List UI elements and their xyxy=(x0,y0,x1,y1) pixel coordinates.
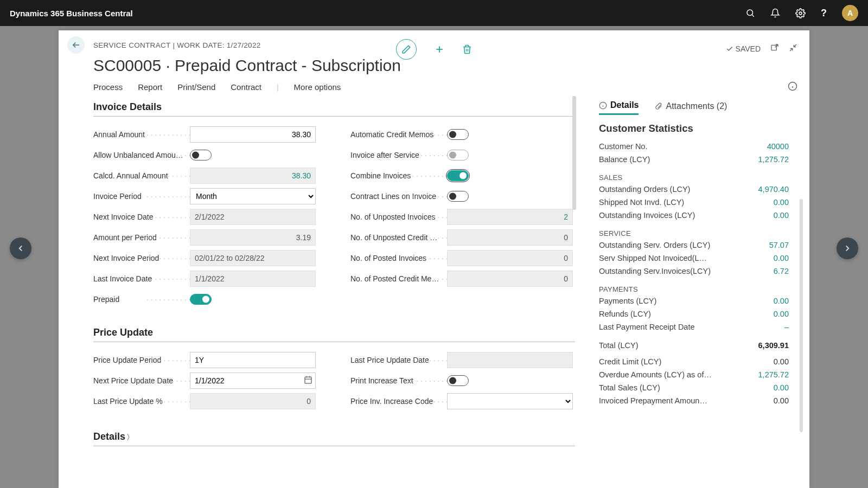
svg-line-8 xyxy=(790,48,793,51)
next-record-button[interactable] xyxy=(837,237,858,259)
stat-credit-limit[interactable]: 0.00 xyxy=(774,357,789,366)
stat-total-sales-label: Total Sales (LCY) xyxy=(599,383,660,392)
brand-text: Dynamics 365 Business Central xyxy=(10,9,133,18)
stat-refunds[interactable]: 0.00 xyxy=(774,310,789,318)
help-icon[interactable]: ? xyxy=(821,8,827,19)
edit-button[interactable] xyxy=(396,39,417,60)
stat-inv-prepay[interactable]: 0.00 xyxy=(774,396,789,405)
toggle-auto-credit-memos[interactable] xyxy=(447,129,469,140)
section-details[interactable]: Details〉 xyxy=(93,426,575,446)
stat-last-receipt-label: Last Payment Receipt Date xyxy=(599,323,695,331)
back-button[interactable] xyxy=(67,36,85,54)
popout-icon[interactable] xyxy=(770,43,779,54)
stat-serv-shipped[interactable]: 0.00 xyxy=(774,254,789,262)
label-price-update-period: Price Update Period xyxy=(93,356,190,364)
input-next-price-update-date[interactable] xyxy=(190,373,316,389)
stat-payments-label: Payments (LCY) xyxy=(599,297,656,305)
stat-out-orders[interactable]: 4,970.40 xyxy=(758,185,789,194)
select-price-inv-increase-code[interactable] xyxy=(447,393,573,409)
tab-process[interactable]: Process xyxy=(93,82,123,92)
stat-out-orders-label: Outstanding Orders (LCY) xyxy=(599,185,690,194)
label-auto-credit-memos: Automatic Credit Memos xyxy=(350,130,447,139)
prev-record-button[interactable] xyxy=(10,237,31,259)
label-annual-amount: Annual Amount xyxy=(93,130,190,139)
input-posted-credit[interactable] xyxy=(447,271,573,287)
label-unposted-invoices: No. of Unposted Invoices xyxy=(350,213,447,221)
input-next-invoice-date xyxy=(190,209,316,225)
factbox-tab-details[interactable]: Details xyxy=(599,100,639,115)
more-options[interactable]: More options xyxy=(294,82,341,92)
titlebar: Dynamics 365 Business Central ? A xyxy=(0,0,868,26)
label-invoice-period: Invoice Period xyxy=(93,192,190,201)
stat-overdue-label: Overdue Amounts (LCY) as of… xyxy=(599,370,712,379)
input-calc-annual-amount xyxy=(190,168,316,184)
group-payments: PAYMENTS xyxy=(597,278,797,294)
input-price-update-period[interactable] xyxy=(190,352,316,368)
stat-refunds-label: Refunds (LCY) xyxy=(599,310,651,318)
svg-point-0 xyxy=(747,10,753,16)
label-price-inv-increase-code: Price Inv. Increase Code xyxy=(350,397,447,406)
input-annual-amount[interactable] xyxy=(190,126,316,143)
stat-serv-orders[interactable]: 57.07 xyxy=(769,241,789,249)
label-print-increase-text: Print Increase Text xyxy=(350,376,447,385)
label-posted-credit: No. of Posted Credit Me… xyxy=(350,274,447,283)
stat-last-receipt[interactable]: – xyxy=(784,323,789,331)
factbox-tab-attachments[interactable]: Attachments (2) xyxy=(655,101,727,114)
toggle-print-increase-text[interactable] xyxy=(447,375,469,386)
factbox-scrollbar[interactable] xyxy=(800,199,803,432)
stat-total-sales[interactable]: 0.00 xyxy=(774,383,789,392)
input-posted-invoices[interactable] xyxy=(447,250,573,266)
stat-total: 6,309.91 xyxy=(758,341,789,350)
search-icon[interactable] xyxy=(745,8,755,18)
toggle-allow-unbalanced[interactable] xyxy=(190,150,212,160)
factbox-title: Customer Statistics xyxy=(597,115,797,140)
input-unposted-invoices[interactable] xyxy=(447,209,573,225)
stat-overdue[interactable]: 1,275.72 xyxy=(758,370,789,379)
toggle-contract-lines[interactable] xyxy=(447,191,469,202)
label-invoice-after-service: Invoice after Service xyxy=(350,151,447,159)
input-amount-per-period xyxy=(190,229,316,246)
label-next-invoice-date: Next Invoice Date xyxy=(93,213,190,221)
tab-print-send[interactable]: Print/Send xyxy=(177,82,215,92)
tab-contract[interactable]: Contract xyxy=(231,82,261,92)
stat-balance[interactable]: 1,275.72 xyxy=(758,155,789,164)
delete-button[interactable] xyxy=(462,44,472,54)
toggle-prepaid[interactable] xyxy=(190,294,212,305)
chevron-right-icon: 〉 xyxy=(126,433,134,441)
toggle-combine-invoices[interactable] xyxy=(447,170,469,181)
section-price-update[interactable]: Price Update xyxy=(93,322,575,342)
stat-customer-no[interactable]: 40000 xyxy=(767,142,789,151)
svg-rect-6 xyxy=(771,45,776,50)
label-amount-per-period: Amount per Period xyxy=(93,233,190,242)
gear-icon[interactable] xyxy=(795,8,806,18)
factbox-tab-details-label: Details xyxy=(610,100,639,110)
label-posted-invoices: No. of Posted Invoices xyxy=(350,254,447,262)
stat-out-inv[interactable]: 0.00 xyxy=(774,211,789,220)
section-invoice-details[interactable]: Invoice Details xyxy=(93,96,575,117)
stat-serv-inv-label: Outstanding Serv.Invoices(LCY) xyxy=(599,267,711,275)
main-scrollbar[interactable] xyxy=(572,96,576,210)
input-unposted-credit[interactable] xyxy=(447,229,573,246)
group-sales: SALES xyxy=(597,166,797,183)
stat-inv-prepay-label: Invoiced Prepayment Amoun… xyxy=(599,396,707,405)
collapse-icon[interactable] xyxy=(789,43,797,54)
label-contract-lines-on-invoice: Contract Lines on Invoice xyxy=(350,192,447,201)
svg-line-1 xyxy=(752,15,754,16)
factbox: Details Attachments (2) Customer Statist… xyxy=(597,96,797,476)
svg-point-2 xyxy=(799,12,802,15)
group-service: SERVICE xyxy=(597,222,797,239)
tab-report[interactable]: Report xyxy=(138,82,162,92)
label-last-price-update-date: Last Price Update Date xyxy=(350,356,447,364)
select-invoice-period[interactable]: Month xyxy=(190,188,316,204)
toggle-invoice-after-service xyxy=(447,150,469,160)
bell-icon[interactable] xyxy=(770,8,780,18)
stat-shipped[interactable]: 0.00 xyxy=(774,198,789,207)
new-button[interactable] xyxy=(434,44,445,55)
svg-line-7 xyxy=(794,44,796,47)
stat-payments[interactable]: 0.00 xyxy=(774,297,789,305)
stat-serv-orders-label: Outstanding Serv. Orders (LCY) xyxy=(599,241,710,249)
main-column: Invoice Details Annual Amount Allow Unba… xyxy=(93,96,597,476)
info-icon[interactable] xyxy=(788,81,797,93)
stat-serv-inv[interactable]: 6.72 xyxy=(774,267,789,275)
avatar[interactable]: A xyxy=(842,5,858,21)
